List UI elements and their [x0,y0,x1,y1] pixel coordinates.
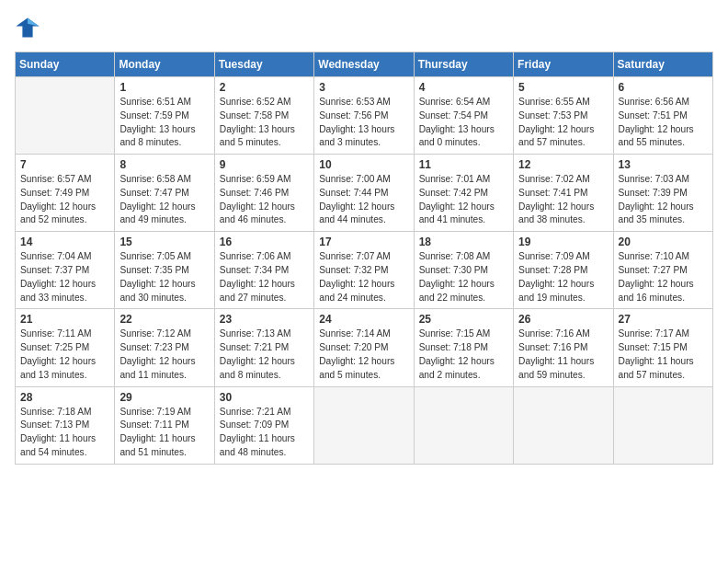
calendar-cell [16,77,115,155]
calendar-week-row: 21Sunrise: 7:11 AMSunset: 7:25 PMDayligh… [16,309,713,386]
day-info: Sunrise: 6:58 AMSunset: 7:47 PMDaylight:… [119,173,209,227]
calendar-cell: 15Sunrise: 7:05 AMSunset: 7:35 PMDayligh… [115,232,214,309]
day-number: 10 [319,158,408,171]
day-number: 12 [518,158,608,171]
calendar-cell: 11Sunrise: 7:01 AMSunset: 7:42 PMDayligh… [414,155,513,232]
day-info: Sunrise: 7:08 AMSunset: 7:30 PMDaylight:… [419,250,508,304]
day-info: Sunrise: 7:01 AMSunset: 7:42 PMDaylight:… [419,173,508,227]
day-info: Sunrise: 7:00 AMSunset: 7:44 PMDaylight:… [319,173,408,227]
day-number: 25 [419,313,508,326]
day-number: 9 [220,158,309,171]
calendar-cell: 12Sunrise: 7:02 AMSunset: 7:41 PMDayligh… [514,155,613,232]
day-number: 18 [419,236,508,248]
page-header [15,15,713,40]
calendar-table: SundayMondayTuesdayWednesdayThursdayFrid… [15,52,713,465]
calendar-cell: 10Sunrise: 7:00 AMSunset: 7:44 PMDayligh… [314,155,414,232]
day-number: 22 [119,313,209,326]
day-number: 1 [119,81,209,94]
day-info: Sunrise: 7:05 AMSunset: 7:35 PMDaylight:… [119,250,209,304]
calendar-cell [414,386,513,464]
day-number: 16 [220,236,309,248]
calendar-cell: 9Sunrise: 6:59 AMSunset: 7:46 PMDaylight… [214,155,313,232]
calendar-cell: 17Sunrise: 7:07 AMSunset: 7:32 PMDayligh… [314,232,414,309]
day-info: Sunrise: 6:57 AMSunset: 7:49 PMDaylight:… [20,173,109,227]
day-number: 8 [119,158,209,171]
day-number: 5 [518,81,608,94]
calendar-cell: 8Sunrise: 6:58 AMSunset: 7:47 PMDaylight… [115,155,214,232]
calendar-cell: 29Sunrise: 7:19 AMSunset: 7:11 PMDayligh… [115,386,214,464]
day-number: 13 [619,158,708,171]
day-number: 4 [419,81,508,94]
day-number: 11 [419,158,508,171]
day-number: 21 [20,313,109,326]
calendar-header-monday: Monday [115,52,214,77]
day-info: Sunrise: 7:14 AMSunset: 7:20 PMDaylight:… [319,327,408,382]
day-number: 19 [518,236,608,248]
calendar-header-wednesday: Wednesday [314,52,414,77]
calendar-week-row: 28Sunrise: 7:18 AMSunset: 7:13 PMDayligh… [16,386,713,464]
day-number: 24 [319,313,408,326]
calendar-cell: 3Sunrise: 6:53 AMSunset: 7:56 PMDaylight… [314,77,414,155]
day-info: Sunrise: 7:07 AMSunset: 7:32 PMDaylight:… [319,250,408,304]
day-number: 23 [220,313,309,326]
day-number: 17 [319,236,408,248]
calendar-cell: 19Sunrise: 7:09 AMSunset: 7:28 PMDayligh… [514,232,613,309]
calendar-cell: 2Sunrise: 6:52 AMSunset: 7:58 PMDaylight… [214,77,313,155]
calendar-cell: 22Sunrise: 7:12 AMSunset: 7:23 PMDayligh… [115,309,214,386]
calendar-cell: 1Sunrise: 6:51 AMSunset: 7:59 PMDaylight… [115,77,214,155]
calendar-cell: 30Sunrise: 7:21 AMSunset: 7:09 PMDayligh… [214,386,313,464]
day-info: Sunrise: 7:16 AMSunset: 7:16 PMDaylight:… [518,327,608,382]
calendar-cell: 21Sunrise: 7:11 AMSunset: 7:25 PMDayligh… [16,309,115,386]
calendar-header-saturday: Saturday [613,52,712,77]
day-number: 28 [20,391,109,404]
day-number: 15 [119,236,209,248]
calendar-cell: 20Sunrise: 7:10 AMSunset: 7:27 PMDayligh… [613,232,712,309]
day-number: 29 [119,391,209,404]
day-info: Sunrise: 6:51 AMSunset: 7:59 PMDaylight:… [119,96,209,150]
calendar-cell: 13Sunrise: 7:03 AMSunset: 7:39 PMDayligh… [613,155,712,232]
calendar-cell: 28Sunrise: 7:18 AMSunset: 7:13 PMDayligh… [16,386,115,464]
day-info: Sunrise: 7:06 AMSunset: 7:34 PMDaylight:… [220,250,309,304]
calendar-cell: 23Sunrise: 7:13 AMSunset: 7:21 PMDayligh… [214,309,313,386]
day-number: 6 [619,81,708,94]
calendar-cell: 4Sunrise: 6:54 AMSunset: 7:54 PMDaylight… [414,77,513,155]
calendar-header-row: SundayMondayTuesdayWednesdayThursdayFrid… [16,52,713,77]
day-info: Sunrise: 6:54 AMSunset: 7:54 PMDaylight:… [419,96,508,150]
calendar-week-row: 7Sunrise: 6:57 AMSunset: 7:49 PMDaylight… [16,155,713,232]
day-info: Sunrise: 6:55 AMSunset: 7:53 PMDaylight:… [518,96,608,150]
day-number: 3 [319,81,408,94]
day-number: 14 [20,236,109,248]
calendar-cell [613,386,712,464]
day-info: Sunrise: 7:02 AMSunset: 7:41 PMDaylight:… [518,173,608,227]
day-info: Sunrise: 7:09 AMSunset: 7:28 PMDaylight:… [518,250,608,304]
day-info: Sunrise: 6:52 AMSunset: 7:58 PMDaylight:… [220,96,309,150]
day-info: Sunrise: 6:59 AMSunset: 7:46 PMDaylight:… [220,173,309,227]
logo-icon [15,15,40,40]
calendar-header-tuesday: Tuesday [214,52,313,77]
calendar-week-row: 14Sunrise: 7:04 AMSunset: 7:37 PMDayligh… [16,232,713,309]
day-info: Sunrise: 7:03 AMSunset: 7:39 PMDaylight:… [619,173,708,227]
day-info: Sunrise: 6:56 AMSunset: 7:51 PMDaylight:… [619,96,708,150]
calendar-cell: 18Sunrise: 7:08 AMSunset: 7:30 PMDayligh… [414,232,513,309]
calendar-cell: 26Sunrise: 7:16 AMSunset: 7:16 PMDayligh… [514,309,613,386]
day-number: 7 [20,158,109,171]
calendar-cell: 6Sunrise: 6:56 AMSunset: 7:51 PMDaylight… [613,77,712,155]
day-info: Sunrise: 6:53 AMSunset: 7:56 PMDaylight:… [319,96,408,150]
calendar-cell: 24Sunrise: 7:14 AMSunset: 7:20 PMDayligh… [314,309,414,386]
day-info: Sunrise: 7:19 AMSunset: 7:11 PMDaylight:… [119,406,209,460]
calendar-cell [514,386,613,464]
calendar-cell [314,386,414,464]
day-info: Sunrise: 7:13 AMSunset: 7:21 PMDaylight:… [220,327,309,382]
calendar-cell: 25Sunrise: 7:15 AMSunset: 7:18 PMDayligh… [414,309,513,386]
day-info: Sunrise: 7:18 AMSunset: 7:13 PMDaylight:… [20,406,109,460]
day-number: 2 [220,81,309,94]
calendar-cell: 14Sunrise: 7:04 AMSunset: 7:37 PMDayligh… [16,232,115,309]
day-info: Sunrise: 7:17 AMSunset: 7:15 PMDaylight:… [619,327,708,382]
day-info: Sunrise: 7:11 AMSunset: 7:25 PMDaylight:… [20,327,109,382]
calendar-week-row: 1Sunrise: 6:51 AMSunset: 7:59 PMDaylight… [16,77,713,155]
calendar-header-thursday: Thursday [414,52,513,77]
logo [15,15,44,40]
calendar-cell: 7Sunrise: 6:57 AMSunset: 7:49 PMDaylight… [16,155,115,232]
day-number: 30 [220,391,309,404]
day-info: Sunrise: 7:12 AMSunset: 7:23 PMDaylight:… [119,327,209,382]
